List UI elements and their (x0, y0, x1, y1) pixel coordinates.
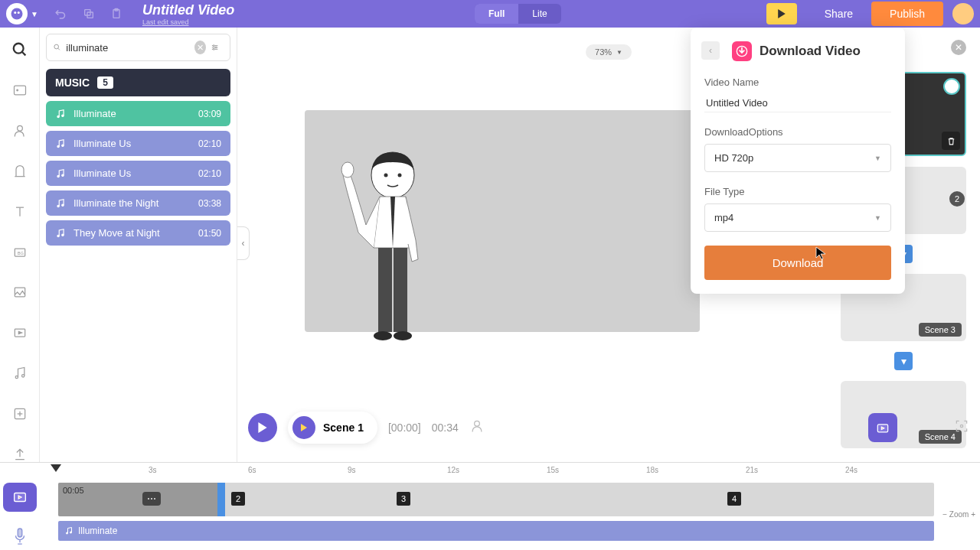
library-panel: ✕ MUSIC 5 Illuminate03:09Illuminate Us02… (40, 28, 237, 462)
music-icon[interactable] (11, 366, 29, 382)
focus-icon[interactable] (954, 418, 969, 437)
app-logo[interactable] (6, 3, 28, 24)
svg-point-20 (21, 375, 24, 377)
stage[interactable] (305, 110, 700, 332)
publish-button[interactable]: Publish (871, 2, 943, 26)
mic-track-icon[interactable] (3, 522, 37, 550)
music-header[interactable]: MUSIC 5 (46, 69, 230, 96)
segment-marker[interactable]: 4 (727, 492, 741, 506)
svg-rect-9 (14, 86, 25, 96)
svg-point-44 (398, 174, 402, 177)
svg-point-50 (474, 421, 479, 426)
share-button[interactable]: Share (806, 2, 871, 26)
segment-marker[interactable]: 3 (397, 492, 410, 506)
delete-scene-icon[interactable] (942, 132, 960, 150)
svg-point-7 (13, 44, 23, 54)
svg-point-0 (11, 8, 23, 20)
close-panel-icon[interactable]: ✕ (951, 40, 966, 55)
download-title: Download Video (760, 44, 861, 59)
mode-full[interactable]: Full (475, 4, 518, 24)
svg-point-56 (67, 532, 68, 534)
svg-point-31 (213, 48, 214, 50)
paste-icon[interactable] (103, 3, 130, 24)
play-all-button[interactable] (248, 413, 277, 442)
track-duration: 03:09 (198, 109, 221, 119)
svg-point-36 (57, 175, 59, 177)
scenes-icon[interactable] (11, 83, 29, 99)
zoom-plus[interactable]: + (971, 510, 975, 519)
audio-track[interactable]: Illuminate (58, 521, 934, 541)
collapse-panel-icon[interactable]: ‹ (237, 226, 250, 260)
zoom-label: Zoom (949, 510, 969, 519)
video-icon[interactable] (11, 325, 29, 341)
video-clip-1[interactable]: 00:05 ⋯ (58, 483, 225, 516)
svg-point-49 (394, 331, 412, 340)
title-block: Untitled Video Last edit saved (142, 2, 234, 26)
characters-icon[interactable] (11, 123, 29, 139)
download-panel: ‹ Download Video Video Name Untitled Vid… (691, 28, 905, 294)
svg-point-2 (18, 11, 20, 14)
svg-point-35 (62, 145, 64, 146)
music-count: 5 (97, 76, 113, 89)
quality-select[interactable]: HD 720p ▼ (704, 144, 891, 172)
track-duration: 03:38 (198, 198, 221, 209)
track-duration: 02:10 (198, 138, 221, 149)
clear-search-icon[interactable]: ✕ (194, 41, 205, 54)
search-input[interactable] (66, 42, 194, 54)
filetype-select[interactable]: mp4 ▼ (704, 203, 891, 232)
svg-point-19 (15, 376, 18, 378)
music-track[interactable]: Illuminate Us02:10 (46, 161, 230, 186)
upload-icon[interactable] (11, 446, 29, 462)
music-track[interactable]: Illuminate the Night03:38 (46, 190, 230, 216)
video-track[interactable]: 00:05 ⋯ 2 3 4 (58, 483, 934, 516)
track-duration: 01:50 (198, 228, 221, 239)
track-duration: 02:10 (198, 168, 221, 179)
music-track[interactable]: Illuminate03:09 (46, 101, 230, 126)
mode-lite[interactable]: Lite (518, 4, 560, 24)
svg-point-48 (374, 331, 392, 340)
svg-line-25 (58, 48, 60, 50)
play-scene-button[interactable] (292, 416, 315, 439)
segment-marker[interactable]: 2 (231, 492, 245, 506)
voiceover-icon[interactable] (469, 418, 485, 437)
undo-icon[interactable] (47, 3, 75, 24)
camera-button[interactable] (868, 413, 897, 442)
filter-icon[interactable] (211, 42, 219, 53)
add-scene-button[interactable]: ▾ (894, 352, 913, 370)
preview-button[interactable] (766, 3, 797, 24)
download-button[interactable]: Download (704, 246, 891, 280)
track-name: Illuminate (74, 108, 198, 119)
timeline: 3s6s9s12s15s18s21s24s 00:05 ⋯ 2 3 4 Illu… (0, 462, 980, 550)
svg-line-8 (21, 52, 25, 56)
ruler-tick: 3s (149, 466, 157, 474)
time-total: 00:34 (432, 421, 459, 434)
current-scene-label: Scene 1 (323, 421, 364, 434)
background-icon[interactable]: BG (11, 244, 29, 260)
video-track-icon[interactable] (3, 483, 37, 512)
svg-point-1 (14, 11, 16, 14)
video-title[interactable]: Untitled Video (142, 2, 234, 18)
svg-point-45 (341, 162, 354, 177)
text-icon[interactable] (11, 203, 29, 220)
copy-icon[interactable] (75, 3, 103, 24)
zoom-indicator[interactable]: 73% ▼ (586, 44, 632, 60)
logo-dropdown-icon[interactable]: ▼ (31, 10, 38, 18)
music-track[interactable]: Illuminate Us02:10 (46, 131, 230, 156)
video-name-input[interactable]: Untitled Video (704, 94, 891, 112)
zoom-minus[interactable]: − (942, 510, 947, 519)
apps-icon[interactable] (11, 405, 29, 421)
back-icon[interactable]: ‹ (701, 41, 720, 60)
audio-clip-name: Illuminate (78, 526, 117, 536)
music-track[interactable]: They Move at Night01:50 (46, 220, 230, 246)
clip-menu-icon[interactable]: ⋯ (142, 492, 161, 506)
music-note-icon (55, 109, 66, 119)
svg-point-40 (57, 235, 59, 236)
character[interactable] (335, 148, 435, 370)
user-avatar[interactable] (952, 3, 974, 24)
ruler[interactable]: 3s6s9s12s15s18s21s24s (49, 466, 934, 478)
search-icon[interactable] (11, 41, 29, 58)
props-icon[interactable] (11, 164, 29, 180)
segment-handle[interactable] (217, 483, 225, 516)
track-name: Illuminate Us (74, 168, 198, 179)
image-icon[interactable] (11, 285, 29, 301)
